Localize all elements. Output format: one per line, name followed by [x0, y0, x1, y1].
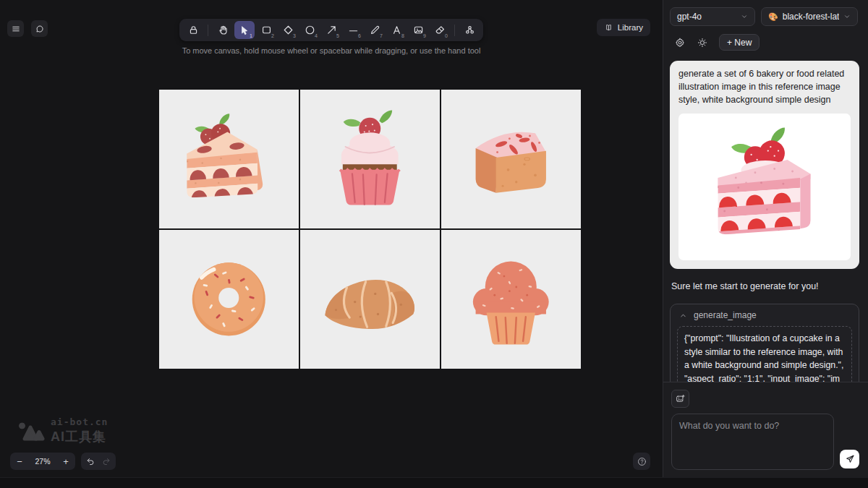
- tool-text[interactable]: 8: [386, 21, 407, 39]
- cake-slice-illustration: [174, 105, 284, 213]
- window-bottom-strip: [0, 477, 868, 488]
- canvas-image-strawberry-cupcake[interactable]: [300, 90, 440, 228]
- chat-history[interactable]: generate a set of 6 bakery or food relat…: [670, 61, 859, 382]
- tool-rectangle[interactable]: 2: [256, 21, 276, 39]
- toolbar-divider: [454, 25, 455, 36]
- tool-line[interactable]: 6: [343, 21, 363, 39]
- tool-call-header[interactable]: generate_image: [671, 304, 859, 326]
- chevron-down-icon: [741, 13, 748, 20]
- tool-more-tools[interactable]: [459, 21, 480, 39]
- reference-cake-illustration: [691, 119, 839, 254]
- user-message-text: generate a set of 6 bakery or food relat…: [678, 68, 851, 106]
- image-icon: [412, 24, 425, 36]
- tool-selection[interactable]: 1: [234, 21, 255, 39]
- tool-hand[interactable]: [213, 21, 233, 39]
- canvas-area[interactable]: 1 2 3 4 5 6 7: [0, 0, 663, 477]
- new-chat-button[interactable]: + New: [719, 34, 760, 51]
- line-icon: [347, 24, 359, 36]
- compose-row: [671, 414, 859, 470]
- canvas-hint-text: To move canvas, hold mouse wheel or spac…: [0, 46, 663, 55]
- zoom-out-button[interactable]: −: [10, 453, 29, 470]
- style-select-value: black-forest-lat: [783, 12, 840, 22]
- redo-icon: [101, 456, 111, 466]
- style-select[interactable]: 🎨 black-forest-lat: [761, 7, 858, 26]
- tool-eraser[interactable]: 0: [430, 21, 450, 39]
- arrow-icon: [326, 24, 338, 36]
- undo-icon: [85, 456, 95, 466]
- book-icon: [604, 23, 613, 33]
- ellipse-icon: [304, 24, 316, 36]
- model-select-value: gpt-4o: [677, 12, 702, 22]
- tool-draw[interactable]: 7: [365, 21, 385, 39]
- hand-icon: [217, 24, 229, 36]
- diamond-icon: [282, 24, 294, 36]
- tool-diamond[interactable]: 3: [278, 21, 298, 39]
- assistant-message: Sure let me start to generate for you!: [670, 281, 859, 291]
- croissant-illustration: [315, 245, 425, 354]
- tool-palette: 1 2 3 4 5 6 7: [179, 19, 483, 41]
- chat-toggle-button[interactable]: [31, 20, 48, 37]
- undo-button[interactable]: [82, 453, 98, 470]
- rectangle-icon: [260, 24, 273, 36]
- chat-input[interactable]: [671, 414, 834, 470]
- style-select-emoji: 🎨: [768, 12, 778, 22]
- settings-button[interactable]: [674, 37, 686, 48]
- canvas-image-loaf-cake[interactable]: [441, 90, 581, 228]
- cupcake-illustration: [315, 105, 425, 213]
- theme-toggle-button[interactable]: [697, 37, 708, 48]
- watermark-line2: AI工具集: [51, 428, 108, 445]
- loaf-cake-illustration: [456, 105, 566, 213]
- app-window: 1 2 3 4 5 6 7: [0, 0, 868, 488]
- reference-image[interactable]: [678, 114, 851, 260]
- lock-icon: [187, 24, 200, 36]
- watermark-line1: ai-bot.cn: [51, 416, 108, 427]
- help-button[interactable]: [633, 453, 650, 470]
- canvas-image-croissant[interactable]: [300, 230, 440, 369]
- tool-call-arguments: {"prompt": "Illustration of a cupcake in…: [677, 326, 852, 382]
- donut-illustration: [174, 245, 284, 354]
- tool-call-panel: generate_image {"prompt": "Illustration …: [670, 304, 859, 382]
- library-label: Library: [618, 23, 643, 32]
- generated-image-grid: [159, 90, 581, 369]
- hamburger-icon: [11, 24, 21, 34]
- more-tools-icon: [464, 24, 476, 36]
- session-controls: + New: [670, 34, 859, 51]
- cursor-icon: [239, 25, 250, 36]
- tool-lock[interactable]: [183, 21, 203, 39]
- zoom-in-button[interactable]: +: [56, 453, 75, 470]
- user-message: generate a set of 6 bakery or food relat…: [670, 61, 859, 269]
- canvas-image-strawberry-cake-slice[interactable]: [159, 90, 299, 228]
- model-row: gpt-4o 🎨 black-forest-lat: [670, 7, 859, 26]
- eraser-icon: [434, 24, 446, 36]
- library-button[interactable]: Library: [597, 19, 650, 36]
- chevron-down-icon: [843, 13, 851, 20]
- help-icon: [637, 456, 647, 467]
- tool-arrow[interactable]: 5: [321, 21, 341, 39]
- sun-icon: [697, 37, 708, 48]
- canvas-image-muffin[interactable]: [441, 230, 581, 369]
- attach-image-button[interactable]: [671, 390, 689, 408]
- chevron-up-icon: [679, 312, 687, 320]
- history-control: [81, 453, 116, 470]
- composer: [663, 382, 868, 470]
- pencil-icon: [369, 24, 381, 36]
- zoom-control: − 27% +: [10, 453, 75, 470]
- watermark-logo-icon: [17, 420, 45, 442]
- toolbar-divider: [208, 25, 208, 36]
- main-menu-button[interactable]: [7, 20, 24, 37]
- chat-bubble-icon: [35, 24, 45, 34]
- image-add-icon: [675, 393, 686, 404]
- tool-call-name: generate_image: [694, 310, 757, 320]
- text-icon: [391, 24, 403, 36]
- zoom-level[interactable]: 27%: [29, 457, 56, 466]
- model-select[interactable]: gpt-4o: [670, 7, 755, 26]
- redo-button[interactable]: [98, 453, 114, 470]
- tool-image[interactable]: 9: [408, 21, 428, 39]
- tool-ellipse[interactable]: 4: [299, 21, 320, 39]
- watermark: ai-bot.cn AI工具集: [17, 416, 108, 445]
- send-button[interactable]: [840, 450, 859, 468]
- canvas-image-sprinkle-donut[interactable]: [159, 230, 299, 369]
- chat-sidebar: gpt-4o 🎨 black-forest-lat + New generate…: [663, 0, 868, 477]
- send-icon: [845, 454, 855, 464]
- gear-icon: [674, 37, 686, 48]
